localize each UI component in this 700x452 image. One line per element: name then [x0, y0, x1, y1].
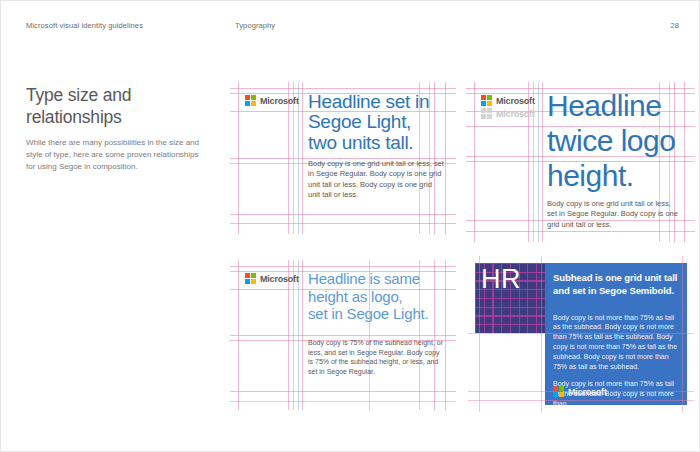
microsoft-logo-tiles — [245, 273, 256, 284]
header-page-number: 28 — [670, 21, 679, 30]
microsoft-logo-white: Microsoft — [553, 386, 607, 397]
guide-line-h — [230, 88, 456, 89]
guide-line-v — [302, 82, 303, 234]
card-body-copy: Body copy is one grid unit tall or less,… — [547, 199, 681, 230]
page-title: Type size and relationships — [26, 85, 166, 128]
guide-line-h — [230, 401, 456, 402]
guide-line-v — [238, 82, 239, 234]
headline-line: two units tall. — [308, 133, 429, 153]
example-card-headline-logo-height: Microsoft Headline is same height as log… — [237, 267, 449, 403]
card-body-copy: Body copy is one grid unit tall or less,… — [308, 159, 444, 200]
microsoft-logo-wordmark: Microsoft — [260, 274, 299, 284]
guide-line-v — [684, 82, 685, 242]
guide-line-h — [230, 214, 456, 215]
microsoft-logo-wordmark: Microsoft — [496, 96, 535, 106]
headline-line: Headline — [547, 89, 675, 124]
microsoft-logo: Microsoft — [245, 273, 299, 284]
guide-line-v — [434, 82, 435, 234]
microsoft-logo-wordmark: Microsoft — [568, 387, 607, 397]
microsoft-logo: Microsoft — [245, 95, 299, 106]
headline-line: Headline is same — [308, 270, 428, 288]
header-section-title: Typography — [235, 21, 275, 30]
guidelines-page: Microsoft visual identity guidelines Typ… — [0, 0, 700, 452]
guide-line-h — [466, 231, 695, 232]
card-headline: Headline twice logo height. — [547, 89, 675, 193]
headline-line: height as logo, — [308, 288, 428, 306]
microsoft-logo-tiles — [553, 386, 564, 397]
hr-monogram-tile: HR — [475, 263, 545, 333]
card-body-copy: Body copy is 75% of the subhead height, … — [308, 338, 446, 377]
microsoft-logo-tiles — [481, 108, 492, 119]
microsoft-logo-ghost: Microsoft — [481, 108, 535, 119]
guide-line-v — [445, 82, 446, 234]
example-card-headline-twice-logo: Microsoft Microsoft Headline twice logo … — [473, 89, 688, 235]
guide-line-h — [230, 223, 456, 224]
card-headline: Headline is same height as logo, set in … — [308, 270, 428, 323]
guide-line-v — [528, 82, 529, 242]
guide-line-v — [538, 82, 539, 242]
headline-line: Segoe Light, — [308, 112, 429, 132]
page-intro-paragraph: While there are many possibilities in th… — [26, 137, 202, 173]
header-brand: Microsoft visual identity guidelines — [26, 21, 143, 30]
guide-line-h — [230, 391, 456, 392]
card-subhead: Subhead is one grid unit tall and set in… — [553, 272, 679, 298]
card-headline: Headline set in Segoe Light, two units t… — [308, 92, 429, 153]
microsoft-logo-tiles — [245, 95, 256, 106]
guide-line-v — [302, 260, 303, 410]
guide-line-v — [434, 260, 435, 410]
guide-line-v — [238, 260, 239, 410]
microsoft-logo: Microsoft — [481, 95, 535, 106]
card-body-copy: Body copy is not more than 75% as tall a… — [553, 313, 679, 372]
headline-line: set in Segoe Light. — [308, 305, 428, 323]
guide-line-v — [533, 82, 534, 242]
headline-line: Headline set in — [308, 92, 429, 112]
guide-line-h — [230, 335, 456, 336]
guide-line-h — [230, 266, 456, 267]
microsoft-logo-tiles — [481, 95, 492, 106]
guide-line-v — [474, 82, 475, 242]
guide-line-v — [445, 260, 446, 410]
guide-line-v — [542, 82, 543, 242]
microsoft-logo-wordmark: Microsoft — [496, 109, 535, 119]
hr-monogram: HR — [481, 264, 521, 295]
blue-layout-panel: Subhead is one grid unit tall and set in… — [545, 263, 687, 405]
headline-line: height. — [547, 159, 675, 194]
microsoft-logo-wordmark: Microsoft — [260, 96, 299, 106]
headline-line: twice logo — [547, 124, 675, 159]
example-card-headline-two-units: Microsoft Headline set in Segoe Light, t… — [237, 89, 449, 227]
example-card-subhead-semibold: HR Subhead is one grid unit tall and set… — [475, 263, 687, 405]
